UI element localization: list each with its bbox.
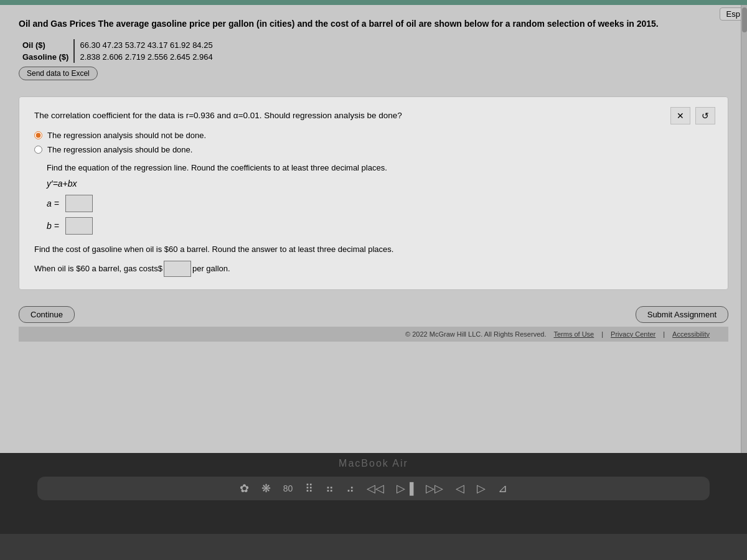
- taskbar-icon-play-pause[interactable]: ▷▐: [397, 482, 413, 495]
- footer-bar: Continue Submit Assignment: [19, 302, 728, 327]
- gas-cost-input[interactable]: [164, 261, 191, 277]
- taskbar-icon-mission-control[interactable]: 80: [283, 483, 293, 493]
- radio-option-2-label: The regression analysis should be done.: [47, 145, 192, 154]
- question-icons: ✕ ↺: [670, 107, 715, 124]
- b-label: b =: [47, 221, 65, 231]
- separator-2: |: [663, 330, 665, 338]
- top-bar: [0, 0, 747, 5]
- oil-values: 66.30 47.23 53.72 43.17 61.92 84.25: [74, 39, 216, 51]
- a-input-row: a =: [47, 195, 713, 212]
- b-input-row: b =: [47, 217, 713, 235]
- regression-instruction: Find the equation of the regression line…: [47, 163, 713, 172]
- terms-of-use-link[interactable]: Terms of Use: [553, 330, 594, 338]
- taskbar-icon-volume-down[interactable]: ◁: [456, 482, 464, 495]
- question-text: The correlation coefficient for the data…: [34, 110, 713, 122]
- data-table: Oil ($) 66.30 47.23 53.72 43.17 61.92 84…: [19, 39, 728, 90]
- question-box: ✕ ↺ The correlation coefficient for the …: [19, 96, 728, 290]
- main-content: Esp Oil and Gas Prices The average gasol…: [0, 5, 747, 453]
- laptop-bottom: MacBook Air ✿ ❋ 80 ⠿ ⠶ ⠴ ◁◁ ▷▐ ▷▷ ◁ ▷ ⊿: [0, 453, 747, 534]
- oil-label: Oil ($): [19, 39, 74, 51]
- gasoline-label: Gasoline ($): [19, 51, 74, 63]
- taskbar-icon-rewind[interactable]: ◁◁: [367, 482, 384, 495]
- radio-yes[interactable]: [34, 146, 42, 154]
- b-input[interactable]: [65, 217, 93, 235]
- a-label: a =: [47, 198, 65, 208]
- macbook-label: MacBook Air: [339, 458, 408, 469]
- accessibility-link[interactable]: Accessibility: [672, 330, 710, 338]
- problem-title: Oil and Gas Prices The average gasoline …: [19, 17, 728, 30]
- radio-group: The regression analysis should not be do…: [34, 131, 713, 154]
- taskbar-icon-grid[interactable]: ⠿: [305, 482, 313, 495]
- continue-button[interactable]: Continue: [19, 306, 75, 323]
- regression-equation: y′=a+bx: [47, 179, 713, 189]
- separator-1: |: [601, 330, 603, 338]
- copyright-text: © 2022 McGraw Hill LLC. All Rights Reser…: [405, 330, 546, 338]
- radio-no[interactable]: [34, 131, 42, 139]
- cost-section: Find the cost of gasoline when oil is $6…: [34, 243, 713, 277]
- undo-icon[interactable]: ↺: [695, 107, 715, 124]
- taskbar-icon-power[interactable]: ⊿: [498, 482, 507, 495]
- regression-section: y′=a+bx a = b =: [47, 179, 713, 235]
- copyright-bar: © 2022 McGraw Hill LLC. All Rights Reser…: [19, 327, 728, 342]
- scrollbar[interactable]: [741, 5, 747, 453]
- submit-assignment-button[interactable]: Submit Assignment: [636, 306, 728, 323]
- taskbar-icon-siri[interactable]: ⠴: [346, 482, 354, 495]
- radio-option-2[interactable]: The regression analysis should be done.: [34, 145, 713, 154]
- radio-option-1[interactable]: The regression analysis should not be do…: [34, 131, 713, 140]
- cost-text-suffix: per gallon.: [192, 264, 230, 273]
- privacy-center-link[interactable]: Privacy Center: [611, 330, 655, 338]
- taskbar-icon-brightness-low[interactable]: ✿: [240, 482, 249, 495]
- taskbar-icon-fast-forward[interactable]: ▷▷: [426, 482, 443, 495]
- x-icon[interactable]: ✕: [670, 107, 690, 124]
- taskbar-icon-brightness-high[interactable]: ❋: [261, 482, 271, 495]
- taskbar-icon-volume-up[interactable]: ▷: [477, 482, 486, 495]
- send-data-to-excel-button[interactable]: Send data to Excel: [19, 67, 98, 80]
- cost-text-prefix: When oil is $60 a barrel, gas costs$: [34, 264, 162, 273]
- taskbar: ✿ ❋ 80 ⠿ ⠶ ⠴ ◁◁ ▷▐ ▷▷ ◁ ▷ ⊿: [37, 477, 710, 500]
- taskbar-icon-keyboard[interactable]: ⠶: [326, 482, 334, 495]
- cost-answer-row: When oil is $60 a barrel, gas costs$ per…: [34, 261, 713, 277]
- scroll-thumb[interactable]: [742, 7, 747, 32]
- radio-option-1-label: The regression analysis should not be do…: [47, 131, 206, 140]
- gasoline-values: 2.838 2.606 2.719 2.556 2.645 2.964: [74, 51, 216, 63]
- a-input[interactable]: [65, 195, 93, 212]
- cost-instruction: Find the cost of gasoline when oil is $6…: [34, 243, 713, 256]
